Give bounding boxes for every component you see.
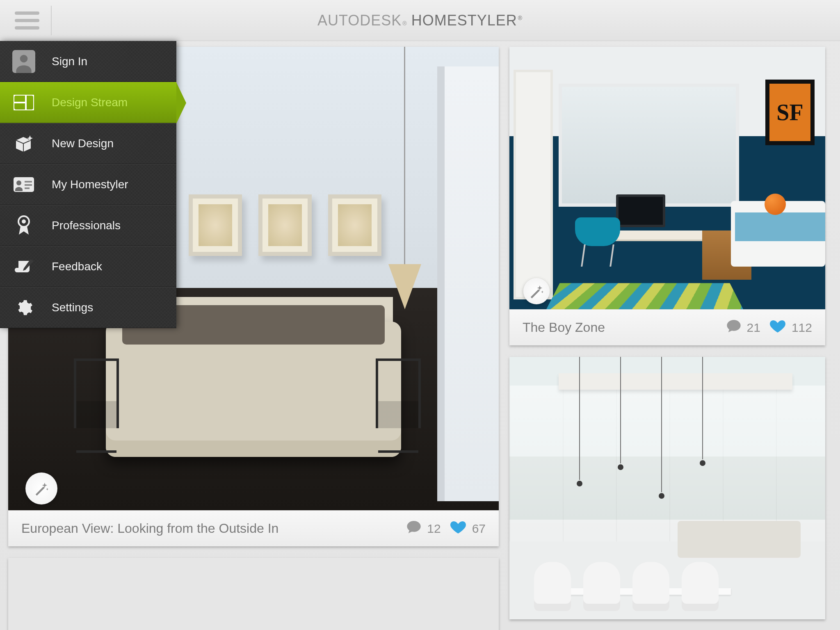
brand-company: AUTODESK [317, 12, 402, 29]
likes-button[interactable]: 67 [448, 518, 486, 539]
wall-poster: SF [765, 80, 815, 145]
brand-logo: AUTODESK® HOMESTYLER® [317, 12, 523, 29]
svg-rect-8 [25, 184, 32, 186]
design-thumbnail [509, 357, 825, 619]
menu-toggle-button[interactable] [15, 11, 39, 30]
sidebar-item-label: My Homestyler [52, 178, 128, 191]
likes-count: 67 [472, 522, 486, 536]
sidebar-item-label: Design Stream [52, 96, 128, 109]
comments-button[interactable]: 12 [405, 519, 441, 538]
sidebar-item-my-homestyler[interactable]: My Homestyler [0, 164, 176, 205]
design-title: European View: Looking from the Outside … [21, 521, 278, 536]
id-card-icon [11, 171, 37, 198]
comments-count: 21 [747, 321, 760, 335]
svg-rect-9 [25, 187, 30, 189]
sidebar-menu: Sign In Design Stream New Design My Home… [0, 41, 176, 328]
layout-grid-icon [11, 89, 37, 116]
sidebar-item-professionals[interactable]: Professionals [0, 205, 176, 246]
design-card[interactable]: SF The Boy Zone 21 [509, 47, 825, 345]
magic-wand-icon [34, 481, 49, 496]
comments-count: 12 [427, 522, 441, 536]
design-card[interactable] [8, 558, 499, 630]
sidebar-item-sign-in[interactable]: Sign In [0, 41, 176, 82]
design-thumbnail: SF [509, 47, 825, 309]
card-footer: European View: Looking from the Outside … [8, 510, 499, 546]
likes-button[interactable]: 112 [768, 317, 812, 338]
svg-point-11 [22, 219, 26, 224]
svg-rect-7 [25, 181, 32, 183]
sidebar-item-settings[interactable]: Settings [0, 287, 176, 328]
heart-icon [448, 518, 468, 539]
badge-ribbon-icon [11, 212, 37, 239]
sidebar-item-label: Feedback [52, 260, 102, 273]
comment-icon [725, 318, 743, 337]
brand-product: HOMESTYLER® [411, 12, 523, 29]
gear-icon [11, 294, 37, 321]
magic-wand-icon [529, 283, 544, 299]
box-sparkle-icon [11, 130, 37, 157]
sidebar-item-label: Professionals [52, 219, 121, 232]
sidebar-item-feedback[interactable]: Feedback [0, 246, 176, 287]
magic-wand-button[interactable] [25, 472, 57, 504]
svg-point-6 [16, 180, 21, 185]
scroll-quill-icon [11, 253, 37, 280]
magic-wand-button[interactable] [523, 278, 550, 304]
likes-count: 112 [792, 321, 812, 335]
sidebar-item-label: New Design [52, 137, 114, 150]
sidebar-item-new-design[interactable]: New Design [0, 123, 176, 164]
sidebar-item-label: Settings [52, 301, 93, 314]
design-card[interactable] [509, 357, 825, 619]
heart-icon [768, 317, 788, 338]
card-footer: The Boy Zone 21 112 [509, 309, 825, 345]
user-avatar-icon [11, 48, 37, 75]
comments-button[interactable]: 21 [725, 318, 760, 337]
svg-point-1 [20, 55, 28, 62]
app-header: AUTODESK® HOMESTYLER® [0, 0, 840, 41]
header-divider [51, 6, 52, 35]
comment-icon [405, 519, 423, 538]
sidebar-item-label: Sign In [52, 55, 87, 68]
design-title: The Boy Zone [523, 320, 605, 335]
sidebar-item-design-stream[interactable]: Design Stream [0, 82, 176, 123]
